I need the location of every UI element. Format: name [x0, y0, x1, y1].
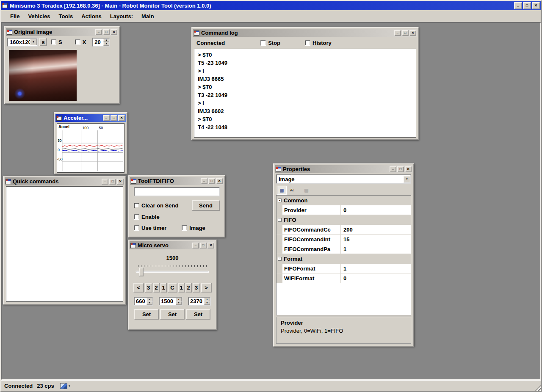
- property-value[interactable]: 0: [341, 275, 411, 282]
- main-titlebar[interactable]: Minisumo 3 Toradex [192.168.0.36] - Main…: [1, 1, 541, 10]
- close-button[interactable]: ✕: [532, 2, 540, 9]
- spin-down-icon[interactable]: ▼: [204, 301, 210, 305]
- toolftdififo-titlebar[interactable]: ToolFTDIFIFO _ □ ✕: [130, 177, 224, 185]
- slider-track[interactable]: [136, 271, 209, 273]
- x-checkbox[interactable]: [75, 39, 80, 45]
- spin-down-icon[interactable]: ▼: [176, 301, 182, 305]
- chevron-down-icon[interactable]: ▼: [404, 176, 410, 182]
- command-log-output[interactable]: > $T0 T5 -23 1049 > I IMJ3 6665 > $T0 T3…: [194, 49, 416, 138]
- servo-button[interactable]: 1: [160, 283, 167, 293]
- close-button[interactable]: ✕: [117, 179, 124, 185]
- resize-grip[interactable]: [535, 385, 541, 391]
- property-value[interactable]: 200: [341, 226, 411, 233]
- quick-commands-list[interactable]: [6, 186, 123, 302]
- property-row[interactable]: FIFOCommandPa 1: [277, 244, 411, 254]
- minimize-button[interactable]: _: [103, 115, 110, 121]
- categorized-view-button[interactable]: ▦: [277, 186, 287, 195]
- close-button[interactable]: ✕: [118, 115, 125, 121]
- collapse-icon[interactable]: -: [278, 257, 282, 261]
- command-log-titlebar[interactable]: Command log _ □ ✕: [193, 29, 417, 37]
- menu-vehicles[interactable]: Vehicles: [24, 11, 54, 21]
- property-row[interactable]: WiFiFormat 0: [277, 273, 411, 283]
- minimize-button[interactable]: _: [95, 29, 102, 35]
- original-image-titlebar[interactable]: Original image _ □ ✕: [6, 28, 118, 36]
- property-group-row[interactable]: - Format: [277, 254, 411, 264]
- servo-button[interactable]: <: [133, 283, 144, 293]
- stop-checkbox[interactable]: [260, 40, 266, 46]
- maximize-button[interactable]: □: [103, 29, 110, 35]
- close-button[interactable]: ✕: [111, 29, 117, 35]
- maximize-button[interactable]: □: [109, 179, 116, 185]
- maximize-button[interactable]: □: [397, 166, 404, 172]
- interval-input[interactable]: [93, 39, 103, 46]
- status-image-button[interactable]: ▼: [60, 383, 71, 389]
- servo-min-input[interactable]: [135, 298, 147, 305]
- property-row[interactable]: FIFOCommandCc 200: [277, 225, 411, 235]
- close-button[interactable]: ✕: [216, 178, 223, 184]
- spin-up-icon[interactable]: ▲: [103, 39, 109, 42]
- minimize-button[interactable]: _: [390, 166, 396, 172]
- property-row[interactable]: FIFOCommandInt 15: [277, 235, 411, 244]
- menu-tools[interactable]: Tools: [54, 11, 77, 21]
- minimize-button[interactable]: _: [394, 30, 401, 36]
- servo-button[interactable]: C: [168, 283, 177, 293]
- collapse-icon[interactable]: -: [278, 218, 282, 222]
- s-button[interactable]: s: [39, 38, 47, 46]
- servo-button[interactable]: 1: [178, 283, 185, 293]
- send-button[interactable]: Send: [192, 200, 220, 211]
- minimize-button[interactable]: _: [514, 2, 522, 9]
- servo-button[interactable]: 2: [185, 283, 192, 293]
- maximize-button[interactable]: □: [111, 115, 117, 121]
- command-input[interactable]: [134, 187, 220, 196]
- micro-servo-titlebar[interactable]: Micro servo _ □ ✕: [130, 241, 215, 249]
- property-group-row[interactable]: - FIFO: [277, 215, 411, 225]
- clear-on-send-checkbox[interactable]: [134, 203, 139, 208]
- close-button[interactable]: ✕: [409, 30, 416, 36]
- spin-up-icon[interactable]: ▲: [204, 298, 210, 301]
- property-value[interactable]: 15: [341, 236, 411, 243]
- maximize-button[interactable]: □: [200, 243, 207, 248]
- menu-actions[interactable]: Actions: [77, 11, 106, 21]
- servo-button[interactable]: 3: [145, 283, 152, 293]
- maximize-button[interactable]: □: [208, 178, 215, 184]
- minimize-button[interactable]: _: [192, 243, 199, 248]
- alphabetical-view-button[interactable]: A↓: [288, 186, 297, 195]
- history-checkbox[interactable]: [305, 40, 310, 46]
- property-value[interactable]: 1: [341, 265, 411, 272]
- set-button[interactable]: Set: [134, 309, 159, 320]
- spin-up-icon[interactable]: ▲: [147, 298, 152, 301]
- resolution-combo[interactable]: 160x120 ▼: [7, 38, 38, 47]
- properties-titlebar[interactable]: Properties _ □ ✕: [275, 165, 412, 173]
- enable-checkbox[interactable]: [134, 214, 139, 220]
- property-group-row[interactable]: - Common: [277, 196, 411, 205]
- set-button[interactable]: Set: [186, 309, 210, 320]
- use-timer-checkbox[interactable]: [134, 225, 139, 231]
- spin-down-icon[interactable]: ▼: [147, 301, 152, 305]
- servo-max-input[interactable]: [189, 298, 204, 305]
- image-checkbox[interactable]: [182, 225, 187, 231]
- menu-main[interactable]: Main: [137, 11, 158, 21]
- property-row[interactable]: Provider 0: [277, 205, 411, 215]
- menu-file[interactable]: File: [6, 11, 24, 21]
- property-row[interactable]: FIFOFormat 1: [277, 264, 411, 273]
- close-button[interactable]: ✕: [207, 243, 214, 248]
- quick-commands-titlebar[interactable]: Quick commands _ □ ✕: [5, 177, 124, 185]
- close-button[interactable]: ✕: [405, 166, 412, 172]
- accelerometer-titlebar[interactable]: Acceler... _ □ ✕: [55, 114, 126, 122]
- maximize-button[interactable]: □: [402, 30, 409, 36]
- servo-button[interactable]: 3: [193, 283, 200, 293]
- property-value[interactable]: 1: [341, 246, 411, 252]
- s-checkbox[interactable]: [51, 39, 56, 45]
- slider-thumb[interactable]: [139, 268, 144, 276]
- minimize-button[interactable]: _: [201, 178, 207, 184]
- minimize-button[interactable]: _: [102, 179, 108, 185]
- spin-down-icon[interactable]: ▼: [103, 42, 109, 46]
- servo-center-input[interactable]: [160, 298, 176, 305]
- collapse-icon[interactable]: -: [278, 199, 282, 202]
- chevron-down-icon[interactable]: ▼: [30, 39, 37, 45]
- object-selector-combo[interactable]: Image ▼: [276, 174, 411, 184]
- servo-button[interactable]: 2: [153, 283, 160, 293]
- property-value[interactable]: 0: [341, 207, 411, 213]
- menu-layouts[interactable]: Layouts:: [106, 11, 137, 21]
- servo-button[interactable]: >: [201, 283, 212, 293]
